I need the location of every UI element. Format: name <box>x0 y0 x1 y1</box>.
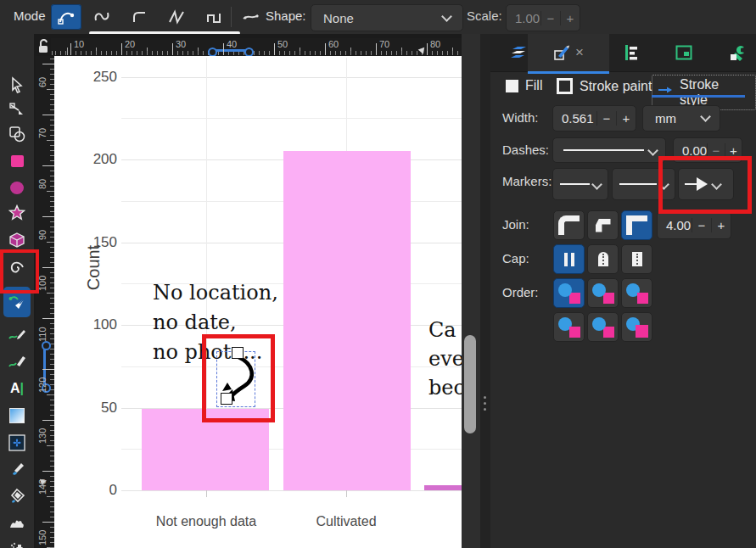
text-tool-button[interactable]: A| <box>3 377 31 400</box>
scale-decrement-button[interactable]: − <box>540 11 560 25</box>
selector-tool-button[interactable] <box>3 73 31 97</box>
calligraphy-tool-button[interactable] <box>3 350 31 374</box>
dropper-tool-button[interactable] <box>3 457 31 481</box>
mid-marker-preview <box>619 183 657 185</box>
grid-line-h <box>121 118 462 119</box>
tab-align-distribute[interactable] <box>614 34 648 71</box>
mesh-gradient-tool-button[interactable] <box>3 431 31 455</box>
stroke-paint-tab-label: Stroke paint <box>580 79 652 94</box>
miter-limit-spinner[interactable]: 4.00 − + <box>657 211 731 239</box>
order-option-2-button[interactable] <box>587 278 619 308</box>
order-icon <box>592 283 614 304</box>
flatten-spiro-bspline-button[interactable] <box>236 4 266 30</box>
ellipse-tool-button[interactable] <box>3 176 31 199</box>
stroke-width-spinner[interactable]: 0.561 − + <box>552 105 636 131</box>
pencil-tool-button[interactable] <box>3 323 31 347</box>
width-increment-button[interactable]: + <box>616 111 636 126</box>
panel-splitter[interactable] <box>480 34 490 548</box>
vruler-major-tick <box>42 165 54 166</box>
tweak-icon <box>8 516 25 531</box>
x-tick-mark <box>346 490 347 497</box>
pen-bezier-icon <box>8 293 26 311</box>
tweak-tool-button[interactable] <box>3 512 31 535</box>
lock-guides-icon[interactable] <box>37 39 51 53</box>
box3d-tool-button[interactable] <box>3 228 31 252</box>
cap-butt-button[interactable] <box>553 244 585 274</box>
dash-pattern-dropdown[interactable] <box>552 137 666 163</box>
order-option-5-button[interactable] <box>587 312 619 342</box>
join-round-button[interactable] <box>553 210 585 240</box>
scale-spinner[interactable]: 1.00 − + <box>506 4 580 31</box>
spiro-mode-button[interactable] <box>87 4 117 30</box>
vruler-major-tick <box>42 64 54 64</box>
order-option-4-button[interactable] <box>553 312 585 342</box>
spray-tool-button[interactable] <box>3 538 31 548</box>
bar[interactable] <box>424 485 462 490</box>
vruler-tick-label: 120 <box>37 377 48 393</box>
close-icon[interactable]: × <box>575 44 584 61</box>
scale-increment-button[interactable]: + <box>560 11 580 25</box>
dash-offset-decrement-button[interactable]: − <box>707 143 724 158</box>
tool-options-bar: Mode Shape: None Scale: 1.00 − + <box>0 0 756 35</box>
calligraphy-icon <box>8 354 26 371</box>
straight-segments-mode-button[interactable] <box>161 4 192 30</box>
vruler-tick-label: 130 <box>37 428 48 444</box>
node-editor-tool-button[interactable] <box>3 98 31 122</box>
tab-export[interactable] <box>667 34 701 71</box>
vruler-major-tick <box>42 115 54 115</box>
star-tool-button[interactable] <box>3 201 31 225</box>
gradient-icon <box>9 408 25 423</box>
rectangle-tool-button[interactable] <box>3 149 31 173</box>
order-icon <box>592 317 614 338</box>
grid-line-h <box>121 490 462 491</box>
bezier-mode-button[interactable] <box>51 4 81 30</box>
vertical-ruler[interactable]: 60708090100110120130140150 <box>36 56 54 548</box>
width-unit-dropdown[interactable]: mm <box>642 105 720 131</box>
width-decrement-button[interactable]: − <box>596 111 616 126</box>
tab-preferences[interactable] <box>721 34 755 71</box>
x-tick-mark <box>206 490 207 497</box>
miter-limit-value: 4.00 <box>658 218 692 232</box>
y-tick-label: 50 <box>83 400 117 417</box>
paraxial-segments-mode-button[interactable] <box>199 4 229 30</box>
cap-round-button[interactable] <box>587 244 619 274</box>
vruler-tick-label: 90 <box>37 230 48 240</box>
star-icon <box>8 204 25 221</box>
gradient-tool-button[interactable] <box>3 404 31 428</box>
order-option-6-button[interactable] <box>621 312 652 342</box>
butt-cap-icon <box>564 253 574 266</box>
order-option-1-button[interactable] <box>553 278 585 308</box>
stroke-paint-swatch-icon <box>557 78 573 94</box>
scrollbar-thumb[interactable] <box>464 335 476 433</box>
export-icon <box>675 45 692 60</box>
drawing-canvas[interactable]: 050100150200250Not enough dataCultivated… <box>54 56 462 548</box>
dash-offset-increment-button[interactable]: + <box>725 143 742 158</box>
pencil-icon <box>8 327 26 344</box>
tab-fill-and-stroke[interactable]: × <box>528 34 609 74</box>
canvas-vertical-scrollbar[interactable] <box>462 34 480 548</box>
start-marker-dropdown[interactable] <box>552 168 608 200</box>
bar[interactable] <box>283 151 411 490</box>
fill-stroke-dialog: × Fill Stroke paint Stroke style Width: … <box>490 34 756 548</box>
shape-builder-tool-button[interactable] <box>3 122 31 146</box>
rectangle-icon <box>11 155 24 167</box>
bspline-mode-button[interactable] <box>124 4 154 30</box>
scale-label: Scale: <box>467 8 502 23</box>
bevel-join-icon <box>596 219 611 232</box>
shape-dropdown[interactable]: None <box>311 4 463 31</box>
join-bevel-button[interactable] <box>587 210 619 240</box>
cap-square-button[interactable] <box>621 244 652 274</box>
node-editor-icon <box>8 102 25 119</box>
vruler-tick-label: 80 <box>37 179 48 189</box>
order-icon <box>626 317 648 338</box>
paint-bucket-tool-button[interactable] <box>3 484 31 508</box>
miter-increment-button[interactable]: + <box>711 218 731 232</box>
tab-stroke-paint[interactable]: Stroke paint <box>557 78 652 94</box>
join-miter-button[interactable] <box>621 210 652 240</box>
grid-line-h <box>121 77 462 78</box>
tab-fill[interactable]: Fill <box>506 78 542 93</box>
miter-decrement-button[interactable]: − <box>692 218 711 232</box>
horizontal-ruler[interactable]: 1020304050607080 <box>51 38 462 55</box>
order-option-3-button[interactable] <box>621 278 652 308</box>
hruler-tick-label: 50 <box>277 39 288 49</box>
